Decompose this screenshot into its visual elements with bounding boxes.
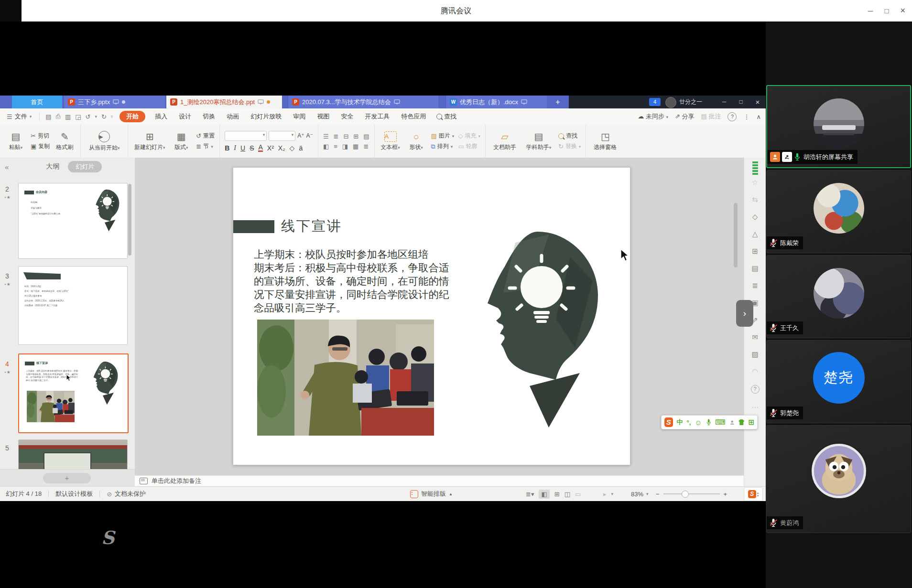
reset-button[interactable]: ↺重置: [196, 132, 215, 140]
ime-language-mode[interactable]: 中: [677, 418, 683, 427]
voice-input-icon[interactable]: [706, 418, 711, 426]
pyramid-icon[interactable]: △: [752, 230, 758, 237]
menu-item-design[interactable]: 设计: [173, 112, 197, 121]
replace-button[interactable]: ↻替换▾: [558, 142, 581, 150]
notes-view-icon[interactable]: ≣▾: [526, 491, 534, 498]
collapse-ribbon-icon[interactable]: ∧: [756, 113, 761, 120]
mail-icon[interactable]: ✉: [752, 333, 758, 341]
protection-status[interactable]: 文档未保护: [115, 490, 146, 498]
ime-punctuation[interactable]: °,: [687, 419, 691, 426]
selection-pane-button[interactable]: ◳ 选择窗格: [591, 131, 619, 151]
reading-view-icon[interactable]: ◫: [565, 491, 570, 498]
zoom-in-button[interactable]: +: [724, 491, 727, 498]
participant-tile[interactable]: 陈戴荣: [766, 170, 911, 253]
toolbox-icon[interactable]: ⊞: [748, 418, 754, 427]
phonetic-button[interactable]: ä: [299, 144, 303, 152]
profile-icon[interactable]: [729, 419, 735, 426]
sync-status[interactable]: ☁ 未同步 ▾: [638, 112, 668, 121]
slide-body-text[interactable]: 上学期末：校队员按时参加各地区组培 期末考后：积极与高中母校联系，争取合适 的宣…: [254, 248, 474, 315]
align-center-icon[interactable]: ≡: [334, 143, 337, 150]
share-button[interactable]: ⇗ 分享: [675, 112, 695, 121]
zoom-slider-knob[interactable]: [682, 491, 689, 498]
menu-item-features[interactable]: 特色应用: [395, 112, 432, 121]
menu-find[interactable]: 查找: [432, 112, 461, 121]
tab-doc-3[interactable]: P 2020.07.3...学与技术学院总结会: [288, 96, 438, 108]
head-bulb-graphic[interactable]: [458, 221, 601, 431]
menu-item-slideshow[interactable]: 幻灯片放映: [245, 112, 287, 121]
font-name-combo[interactable]: [225, 131, 267, 141]
meeting-restore-button[interactable]: □: [884, 7, 889, 15]
help-icon[interactable]: ?: [751, 385, 760, 394]
notes-bar[interactable]: 单击此处添加备注: [135, 475, 744, 486]
copy-button[interactable]: ▣复制: [31, 142, 50, 150]
preview-icon[interactable]: ◲: [75, 113, 81, 120]
slide-title[interactable]: 线下宣讲: [281, 217, 342, 236]
numbering-icon[interactable]: ≣: [334, 133, 339, 140]
slide-canvas[interactable]: 线下宣讲 上学期末：校队员按时参加各地区组培 期末考后：积极与高中母校联系，争取…: [233, 167, 630, 465]
font-color-button[interactable]: A: [258, 144, 262, 152]
chevron-down-icon[interactable]: ▾: [95, 114, 97, 119]
text-direction-icon[interactable]: ▤: [363, 133, 369, 140]
ime-toolbar[interactable]: S 中 °, ☺ ⌨ ⊞: [661, 415, 758, 429]
italic-button[interactable]: I: [234, 144, 236, 152]
grid-icon[interactable]: ⊞: [752, 247, 758, 255]
layout-button[interactable]: ▦ 版式▾: [170, 131, 192, 151]
smart-layout-button[interactable]: 智能排版 ▲: [410, 487, 453, 501]
wps-minimize-button[interactable]: ─: [717, 96, 731, 108]
comment-button[interactable]: ▤ 批注: [701, 112, 721, 121]
normal-view-icon[interactable]: ◧: [539, 490, 549, 499]
line-spacing-icon[interactable]: ≣: [363, 143, 369, 150]
new-slide-button[interactable]: ⊞ 新建幻灯片▾: [133, 131, 166, 151]
outdent-icon[interactable]: ⊟: [343, 133, 348, 140]
menu-item-view[interactable]: 视图: [311, 112, 335, 121]
superscript-button[interactable]: X²: [267, 144, 274, 152]
cut-button[interactable]: ✂剪切: [31, 132, 50, 140]
more-icon[interactable]: ⋯: [751, 404, 759, 411]
tab-doc-2-active[interactable]: P 1_测绘2020寒招总结会.ppt: [166, 96, 282, 108]
tab-slides[interactable]: 幻灯片: [68, 161, 102, 172]
strikethrough-button[interactable]: S: [250, 144, 254, 152]
students-photo[interactable]: [257, 320, 434, 436]
subscript-button[interactable]: X₂: [278, 144, 285, 152]
participant-tile[interactable]: 黄蔚鸿: [766, 425, 911, 533]
slideshow-view-icon[interactable]: ▭: [575, 491, 581, 498]
wps-close-button[interactable]: ×: [750, 96, 765, 108]
star-icon[interactable]: ☆: [752, 179, 758, 186]
fill-button[interactable]: ◇填充▾: [458, 132, 480, 140]
wps-account-name[interactable]: 廿分之一: [679, 96, 702, 108]
sliders-icon[interactable]: ≣: [752, 282, 758, 289]
zoom-out-button[interactable]: −: [656, 491, 660, 498]
zoom-slider[interactable]: [663, 493, 720, 494]
zoom-level[interactable]: 83% ▾: [631, 487, 649, 501]
slide-thumbnail-3[interactable]: 时间：2020.1.8起 形式：线下宣讲、单独进班交流、在线“云招生” 共计25…: [18, 266, 128, 345]
font-size-combo[interactable]: [269, 131, 295, 141]
virtual-keyboard-icon[interactable]: ⌨: [715, 418, 726, 427]
find-button[interactable]: 查找: [558, 132, 581, 140]
menu-item-security[interactable]: 安全: [335, 112, 359, 121]
increase-font-button[interactable]: A⁺: [297, 132, 304, 139]
participant-tile-sharing[interactable]: 胡浩轩的屏幕共享: [766, 85, 911, 168]
menu-item-transition[interactable]: 切换: [197, 112, 221, 121]
bold-button[interactable]: B: [225, 144, 229, 152]
paste-button[interactable]: ▤ 粘贴▾: [5, 131, 27, 151]
chevron-down-icon[interactable]: ▾: [611, 492, 614, 496]
text-box-button[interactable]: A 文本框▾: [380, 131, 402, 151]
participant-tile[interactable]: 王千久: [766, 255, 911, 338]
new-tab-button[interactable]: +: [552, 96, 564, 107]
design-template[interactable]: 默认设计模板: [55, 490, 93, 498]
align-right-icon[interactable]: ◨: [342, 143, 348, 150]
ime-dock[interactable]: S ▴▾: [744, 487, 763, 501]
picture-button[interactable]: ▨图片▾: [431, 132, 455, 140]
shapes-icon[interactable]: ◇: [752, 213, 758, 220]
subject-assistant-button[interactable]: ▤ 学科助手▾: [523, 131, 554, 151]
arrange-button[interactable]: ⧉排列▾: [431, 142, 455, 150]
align-left-icon[interactable]: ◧: [323, 143, 329, 150]
slide-scrollbar[interactable]: [734, 203, 738, 267]
decrease-font-button[interactable]: A⁻: [306, 132, 313, 139]
menu-item-devtools[interactable]: 开发工具: [359, 112, 395, 121]
format-painter-button[interactable]: ✎ 格式刷: [54, 131, 76, 151]
meeting-close-button[interactable]: ×: [900, 6, 905, 16]
menu-item-review[interactable]: 审阅: [287, 112, 311, 121]
doc-assistant-button[interactable]: ▱ 文档助手: [490, 131, 519, 151]
outline-button[interactable]: ▭轮廓: [458, 142, 480, 150]
